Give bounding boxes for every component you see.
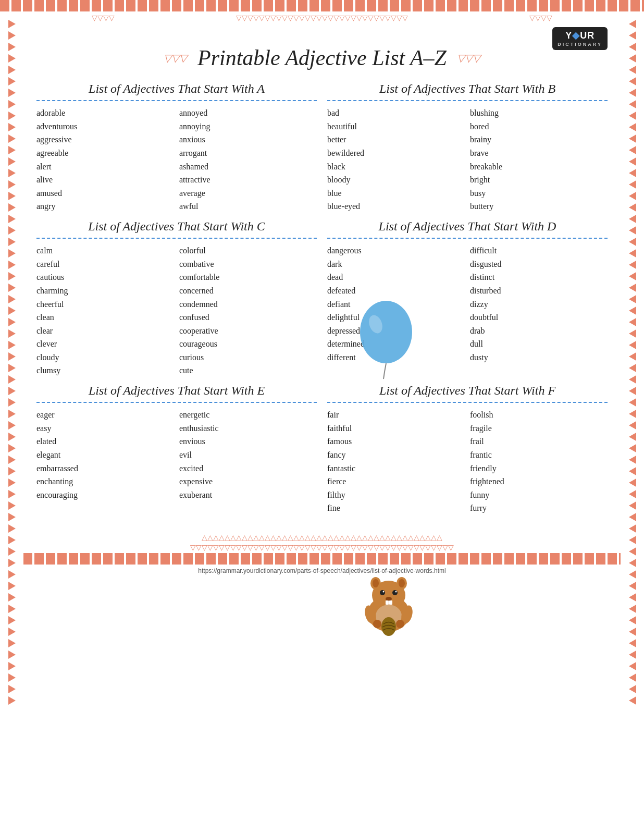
border-triangle-left: [8, 387, 16, 395]
svg-point-7: [399, 579, 405, 587]
section-a: List of Adjectives That Start With A ado…: [36, 81, 317, 213]
border-triangle-left: [8, 169, 16, 177]
svg-point-9: [392, 590, 398, 595]
border-triangle-left: [8, 31, 16, 40]
border-triangle-right: [629, 513, 636, 521]
list-item: bad: [327, 106, 465, 120]
border-triangle-right: [629, 43, 636, 51]
border-triangle-right: [629, 180, 636, 189]
list-item: evil: [179, 448, 317, 462]
border-triangle-left: [8, 226, 16, 235]
svg-point-8: [380, 590, 385, 595]
list-item: black: [327, 160, 465, 174]
border-triangle-right: [629, 203, 636, 212]
border-triangle-left: [8, 639, 16, 647]
section-a-header: List of Adjectives That Start With A: [36, 81, 317, 97]
list-item: annoying: [179, 120, 317, 133]
list-item: difficult: [470, 244, 608, 257]
svg-point-0: [360, 301, 412, 363]
section-e-words: eagereasyelatedelegantembarrassedenchant…: [36, 408, 317, 501]
section-c-col1: calmcarefulcautiouscharmingcheerfulclean…: [36, 244, 174, 377]
border-triangle-right: [629, 605, 636, 613]
title-decoration-left: ▽▽▽: [164, 52, 187, 64]
border-triangle-right: [629, 479, 636, 487]
section-a-words: adorableadventurousaggressiveagreeableal…: [36, 106, 317, 213]
list-item: agreeable: [36, 146, 174, 160]
list-item: bloody: [327, 173, 465, 187]
svg-point-10: [383, 591, 385, 593]
border-triangle-left: [8, 215, 16, 223]
border-triangle-right: [629, 123, 636, 131]
beaver-decoration: [357, 572, 420, 642]
title-decoration-right: ▽▽▽: [457, 52, 480, 64]
border-triangle-left: [8, 341, 16, 349]
list-item: brave: [470, 146, 608, 160]
border-triangle-left: [8, 146, 16, 154]
border-triangle-left: [8, 284, 16, 292]
border-triangle-right: [629, 673, 636, 682]
section-f-words: fairfaithfulfamousfancyfantasticfiercefi…: [327, 408, 608, 515]
border-triangle-right: [629, 536, 636, 544]
list-item: comfortable: [179, 271, 317, 284]
list-item: angry: [36, 200, 174, 213]
border-triangle-left: [8, 295, 16, 303]
list-item: easy: [36, 422, 174, 435]
list-item: confused: [179, 311, 317, 324]
list-item: embarrassed: [36, 462, 174, 475]
list-item: bored: [470, 120, 608, 133]
border-triangle-left: [8, 134, 16, 143]
border-triangle-left: [8, 89, 16, 97]
list-item: fancy: [327, 448, 465, 462]
border-triangle-left: [8, 123, 16, 131]
border-triangle-left: [8, 352, 16, 361]
border-triangle-right: [629, 318, 636, 326]
list-item: fierce: [327, 475, 465, 488]
sections-row-ef: List of Adjectives That Start With E eag…: [36, 383, 608, 515]
border-triangle-right: [629, 192, 636, 200]
list-item: alive: [36, 173, 174, 187]
list-item: dull: [470, 337, 608, 351]
list-item: curious: [179, 351, 317, 364]
list-item: blushing: [470, 106, 608, 120]
section-f-col1: fairfaithfulfamousfancyfantasticfiercefi…: [327, 408, 465, 515]
border-triangle-right: [629, 398, 636, 407]
border-triangle-right: [629, 410, 636, 418]
list-item: fragile: [470, 422, 608, 435]
footer-url: https://grammar.yourdictionary.com/parts…: [0, 565, 644, 580]
list-item: frightened: [470, 475, 608, 488]
border-triangle-left: [8, 433, 16, 441]
svg-point-11: [395, 591, 397, 593]
border-triangle-right: [629, 112, 636, 120]
border-triangle-right: [629, 467, 636, 475]
list-item: blue-eyed: [327, 200, 465, 213]
sections-row-cd: List of Adjectives That Start With C cal…: [36, 218, 608, 377]
list-item: exuberant: [179, 488, 317, 502]
list-item: expensive: [179, 475, 317, 488]
section-e-col1: eagereasyelatedelegantembarrassedenchant…: [36, 408, 174, 501]
section-e: List of Adjectives That Start With E eag…: [36, 383, 317, 515]
list-item: cute: [179, 364, 317, 377]
list-item: combative: [179, 257, 317, 271]
list-item: fantastic: [327, 462, 465, 475]
section-c-words: calmcarefulcautiouscharmingcheerfulclean…: [36, 244, 317, 377]
border-triangle-left: [8, 524, 16, 533]
border-triangle-right: [629, 20, 636, 28]
border-triangle-left: [8, 77, 16, 85]
border-triangle-left: [8, 570, 16, 579]
section-d-header: List of Adjectives That Start With D: [327, 218, 608, 235]
section-c-col2: colorfulcombativecomfortableconcernedcon…: [179, 244, 317, 377]
border-triangle-right: [629, 593, 636, 602]
border-triangle-left: [8, 410, 16, 418]
list-item: courageous: [179, 337, 317, 351]
border-triangle-right: [629, 261, 636, 269]
border-triangle-right: [629, 272, 636, 280]
section-c: List of Adjectives That Start With C cal…: [36, 218, 317, 377]
list-item: famous: [327, 435, 465, 448]
list-item: careful: [36, 257, 174, 271]
sections-row-ab: List of Adjectives That Start With A ado…: [36, 81, 608, 213]
list-item: cloudy: [36, 351, 174, 364]
list-item: envious: [179, 435, 317, 448]
border-triangle-left: [8, 582, 16, 590]
list-item: excited: [179, 462, 317, 475]
border-triangle-left: [8, 651, 16, 659]
